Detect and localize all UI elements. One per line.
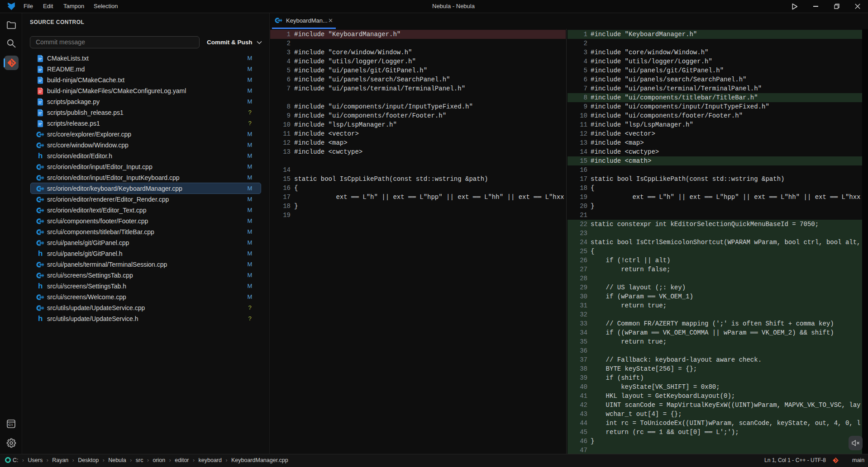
svg-text:C:\: C:\ (8, 423, 13, 427)
